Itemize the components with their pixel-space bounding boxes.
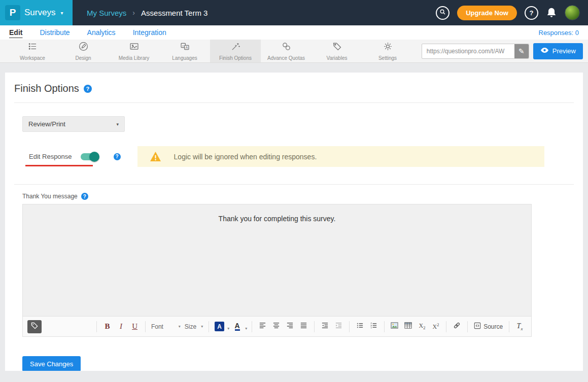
edit-response-toggle[interactable] (81, 153, 98, 160)
upgrade-now-button[interactable]: Upgrade Now (457, 6, 517, 20)
toolbar-item-finish-options[interactable]: Finish Options (210, 40, 261, 62)
align-center-icon (272, 322, 280, 331)
preview-button[interactable]: Preview (533, 43, 583, 59)
toolbar-item-workspace[interactable]: Workspace (7, 40, 58, 62)
toolbar-separator (252, 321, 252, 332)
decrease-indent-button[interactable] (318, 320, 332, 333)
align-justify-button[interactable] (297, 320, 310, 333)
text-color-icon: A (235, 322, 240, 331)
text-color-button[interactable]: A (230, 320, 244, 333)
breadcrumb-separator: › (132, 9, 135, 17)
superscript-icon: X2 (432, 322, 439, 331)
tab-distribute[interactable]: Distribute (40, 28, 70, 37)
page-title-help-icon[interactable]: ? (84, 85, 92, 93)
tag-icon (31, 322, 39, 331)
save-changes-button[interactable]: Save Changes (22, 356, 81, 371)
font-size-select[interactable]: Size ▾ (183, 320, 205, 333)
underline-button[interactable]: U (128, 320, 142, 333)
responses-count[interactable]: Responses: 0 (539, 29, 579, 37)
survey-url-input[interactable] (422, 44, 529, 59)
align-left-button[interactable] (256, 320, 269, 333)
source-button[interactable]: Source (471, 320, 505, 333)
tab-edit[interactable]: Edit (9, 28, 22, 37)
align-center-button[interactable] (269, 320, 283, 333)
toolbar-separator (96, 321, 97, 332)
toolbar-item-languages[interactable]: xA Languages (159, 40, 210, 62)
insert-table-button[interactable] (401, 320, 415, 333)
subscript-button[interactable]: X2 (415, 320, 429, 333)
svg-text:x: x (182, 44, 184, 47)
remove-format-button[interactable]: Tx (513, 320, 527, 333)
toolbar-item-advance-quotas[interactable]: Advance Quotas (261, 40, 312, 62)
main-nav: Edit Distribute Analytics Integration Re… (0, 25, 588, 40)
increase-indent-button[interactable] (332, 320, 345, 333)
notifications-button[interactable] (546, 7, 557, 18)
search-button[interactable] (436, 6, 449, 20)
toggle-knob (89, 152, 99, 162)
background-color-button[interactable]: A (213, 320, 226, 333)
toolbar-right: ✎ Preview (422, 40, 588, 62)
remove-format-icon: Tx (517, 322, 523, 331)
languages-icon: xA (180, 41, 190, 54)
toolbar-item-label: Design (75, 55, 91, 61)
chevron-down-icon: ▾ (201, 324, 203, 329)
chevron-down-icon[interactable]: ▾ (245, 326, 247, 331)
toolbar-separator (446, 321, 446, 332)
toolbar-item-variables[interactable]: Variables (312, 40, 362, 62)
indent-icon (335, 322, 342, 331)
bell-icon (546, 7, 557, 18)
product-switcher[interactable]: P Surveys ▾ (0, 0, 73, 25)
toolbar-separator (209, 321, 209, 332)
insert-merge-tag-button[interactable] (27, 320, 42, 333)
bold-button[interactable]: B (100, 320, 114, 333)
toolbar-item-label: Workspace (20, 55, 45, 61)
toolbar-item-label: Languages (172, 55, 197, 61)
toolbar-item-design[interactable]: Design (58, 40, 109, 62)
chevron-down-icon[interactable]: ▾ (227, 326, 229, 331)
thank-you-label-row: Thank You message ? (22, 193, 574, 200)
tab-analytics[interactable]: Analytics (87, 28, 116, 37)
finish-type-select[interactable]: Review/Print ▾ (22, 116, 125, 132)
toolbar-item-media-library[interactable]: Media Library (109, 40, 159, 62)
divider (14, 184, 574, 185)
edit-response-help-icon[interactable]: ? (114, 153, 121, 160)
search-icon (439, 9, 446, 17)
insert-link-button[interactable] (450, 320, 464, 333)
toolbar-item-settings[interactable]: Settings (362, 40, 413, 62)
breadcrumb-my-surveys[interactable]: My Surveys (87, 9, 126, 17)
editor-toolbar: B I U Font ▾ Size ▾ A ▾ A ▾ (23, 316, 531, 336)
questionpro-logo: P (5, 5, 20, 20)
toolbar-item-label: Variables (327, 55, 348, 61)
insert-image-button[interactable] (388, 320, 401, 333)
highlight-underline (25, 165, 93, 166)
tab-integration[interactable]: Integration (133, 28, 166, 37)
toolbar-item-label: Media Library (119, 55, 150, 61)
warning-triangle-icon (137, 151, 174, 162)
thank-you-help-icon[interactable]: ? (81, 193, 88, 200)
eye-icon (540, 47, 549, 55)
edit-url-button[interactable]: ✎ (514, 44, 529, 58)
align-right-button[interactable] (283, 320, 297, 333)
advance-quotas-icon (281, 41, 292, 54)
bulleted-list-button[interactable] (353, 320, 367, 333)
superscript-button[interactable]: X2 (429, 320, 442, 333)
numbered-list-button[interactable] (367, 320, 381, 333)
help-button[interactable]: ? (525, 6, 538, 20)
toolbar-separator (314, 321, 315, 332)
chevron-down-icon: ▾ (60, 10, 63, 16)
finish-type-row: Review/Print ▾ (22, 116, 574, 132)
font-family-select[interactable]: Font ▾ (149, 320, 183, 333)
rich-text-editor: Thank you for completing this survey. B … (22, 204, 532, 337)
italic-button[interactable]: I (114, 320, 128, 333)
variables-icon (332, 41, 342, 54)
align-justify-icon (300, 322, 307, 331)
align-right-icon (286, 322, 294, 331)
breadcrumb: My Surveys › Assessment Term 3 (87, 9, 207, 17)
background-color-icon: A (215, 322, 224, 331)
align-left-icon (259, 322, 266, 331)
image-icon (391, 322, 398, 331)
design-icon (78, 41, 89, 54)
finish-options-icon (230, 41, 241, 54)
editor-content-area[interactable]: Thank you for completing this survey. (23, 204, 531, 316)
user-avatar[interactable] (565, 5, 580, 20)
